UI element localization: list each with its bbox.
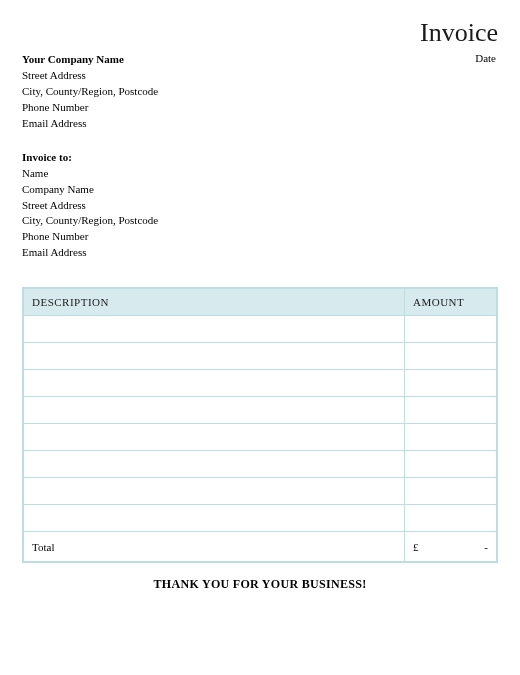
cell-description <box>24 478 405 505</box>
table-row <box>24 316 497 343</box>
table-row <box>24 505 497 532</box>
cell-description <box>24 370 405 397</box>
recipient-phone: Phone Number <box>22 229 498 245</box>
total-row: Total £ - <box>24 532 497 562</box>
column-header-description: DESCRIPTION <box>24 289 405 316</box>
table-row <box>24 343 497 370</box>
recipient-street: Street Address <box>22 198 498 214</box>
table-row <box>24 424 497 451</box>
thank-you-message: THANK YOU FOR YOUR BUSINESS! <box>22 577 498 592</box>
total-label: Total <box>24 532 405 562</box>
cell-amount <box>405 505 497 532</box>
sender-email: Email Address <box>22 116 158 132</box>
invoice-title: Invoice <box>420 18 498 48</box>
recipient-name: Name <box>22 166 498 182</box>
total-value: - <box>484 541 488 553</box>
cell-description <box>24 424 405 451</box>
cell-amount <box>405 478 497 505</box>
cell-amount <box>405 370 497 397</box>
cell-amount <box>405 424 497 451</box>
sender-street: Street Address <box>22 68 158 84</box>
cell-amount <box>405 343 497 370</box>
table-row <box>24 451 497 478</box>
cell-description <box>24 505 405 532</box>
column-header-amount: AMOUNT <box>405 289 497 316</box>
date-label: Date <box>475 52 498 64</box>
cell-amount <box>405 451 497 478</box>
sender-city: City, County/Region, Postcode <box>22 84 158 100</box>
recipient-address-block: Invoice to: Name Company Name Street Add… <box>22 150 498 262</box>
cell-description <box>24 397 405 424</box>
cell-description <box>24 343 405 370</box>
table-row <box>24 397 497 424</box>
invoice-table: DESCRIPTION AMOUNT <box>22 287 498 563</box>
sender-address-block: Your Company Name Street Address City, C… <box>22 52 158 132</box>
cell-amount <box>405 316 497 343</box>
cell-amount <box>405 397 497 424</box>
invoice-to-heading: Invoice to: <box>22 150 498 166</box>
recipient-company: Company Name <box>22 182 498 198</box>
cell-description <box>24 316 405 343</box>
table-row <box>24 478 497 505</box>
sender-company: Your Company Name <box>22 52 158 68</box>
recipient-city: City, County/Region, Postcode <box>22 213 498 229</box>
currency-symbol: £ <box>413 541 419 553</box>
recipient-email: Email Address <box>22 245 498 261</box>
sender-phone: Phone Number <box>22 100 158 116</box>
cell-description <box>24 451 405 478</box>
total-amount-cell: £ - <box>405 532 497 562</box>
table-row <box>24 370 497 397</box>
